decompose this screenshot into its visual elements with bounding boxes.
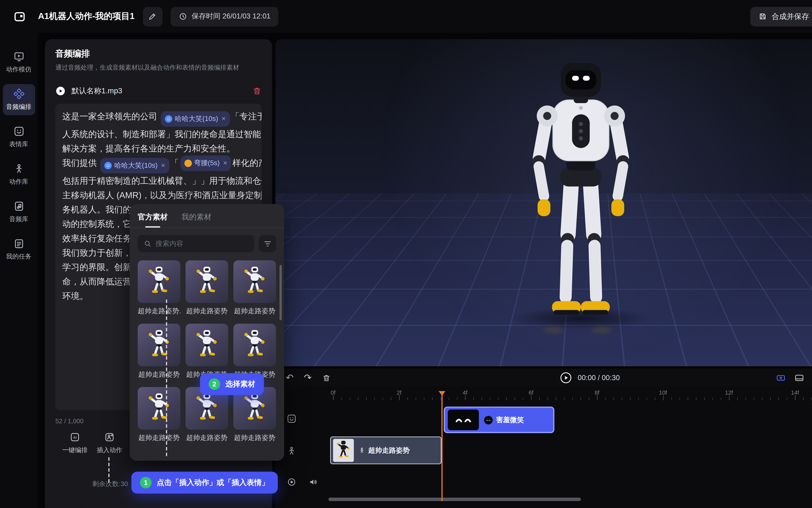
laugh-emoji-icon: ☺ [105,162,112,169]
sidebar-item-expression-lib[interactable]: 表情库 [3,122,35,153]
popup-scrollbar[interactable] [280,265,282,320]
app-logo-icon[interactable] [11,8,28,24]
ruler-label: 2f [397,389,402,396]
filter-button[interactable] [259,235,276,252]
expression-clip-label: 害羞微笑 [496,415,524,425]
audio-arrange-icon [13,88,25,100]
clock-icon [178,12,187,21]
rename-button[interactable] [143,7,162,26]
speaker-icon[interactable] [308,477,319,487]
step-badge: 1 [140,477,152,489]
insert-track-button[interactable] [776,373,786,383]
char-count: 52 / 1,000 [55,418,84,425]
asset-item[interactable]: 超帅走路姿势... [138,260,180,316]
merge-save-button[interactable]: 合成并保存 [750,7,812,26]
inline-tag-laugh[interactable]: ☺哈哈大笑(10s)× [100,158,169,173]
record-icon[interactable] [286,477,297,487]
delete-audio-icon[interactable] [252,86,261,96]
timeline-panel-button[interactable] [794,373,805,383]
project-title: A1机器人动作-我的项目1 [38,11,134,22]
play-button[interactable] [559,372,572,384]
sidebar-item-audio-arrange[interactable]: 音频编排 [3,84,35,115]
save-time-text: 保存时间 26/01/03 12:01 [192,11,271,21]
asset-thumbnail[interactable] [138,324,180,366]
motion-imitation-icon [13,51,25,62]
ai-icon [70,432,80,442]
foot-reflection [543,327,563,333]
asset-item[interactable]: 超帅走路姿势 [186,324,228,379]
panel-title: 音频编排 [55,48,261,59]
guide-dashed-line [108,457,110,482]
guide-dashed-line [166,299,167,456]
ruler-label: 14f [791,389,799,396]
play-audio-icon[interactable] [55,86,66,96]
asset-item[interactable]: 超帅走路姿势 [233,387,276,443]
shy-smile-emoji-icon [484,416,493,424]
expression-thumbnail [448,410,479,430]
foot-reflection [592,327,611,333]
asset-item[interactable]: 超帅走路姿势 [186,387,228,443]
bow-emoji-icon [184,160,192,167]
asset-item[interactable]: 超帅走路姿势 [233,260,276,316]
asset-thumbnail[interactable] [233,324,276,366]
remaining-count: 剩余次数:30 [92,480,128,489]
asset-thumbnail[interactable] [138,260,180,303]
search-input[interactable] [156,240,248,248]
asset-item[interactable]: 超帅走路姿势 [138,324,180,379]
asset-thumbnail[interactable] [233,260,276,303]
timeline: 0f2f4f6f8f10f12f14f16f 害羞微笑 超帅走路姿势 [276,387,812,508]
sidebar-item-action-lib[interactable]: 动作库 [3,159,35,190]
undo-button[interactable]: ↶ [286,373,294,382]
expression-track-icon[interactable] [286,414,297,424]
save-icon [759,12,767,21]
panel-subtitle: 通过音频处理，生成音频素材以及融合动作和表情的音频编排素材 [55,63,261,72]
sidebar-item-audio-lib[interactable]: 音频库 [3,197,35,227]
ruler-label: 10f [659,389,667,396]
remove-tag-icon[interactable]: × [161,158,165,173]
asset-thumbnail[interactable] [138,387,180,430]
inline-tag-bow[interactable]: 弯腰(5s)× [180,156,231,171]
audio-file-row: 默认名称1.mp3 [55,86,261,96]
asset-tabs: 官方素材 我的素材 [138,212,276,227]
delete-clip-button[interactable] [322,374,331,382]
audio-file-name: 默认名称1.mp3 [72,86,247,96]
ruler-label: 0f [331,389,335,396]
action-track-icon[interactable] [286,446,297,456]
asset-item[interactable]: 超帅走路姿势 [186,260,228,316]
sidebar-item-my-tasks[interactable]: 我的任务 [3,234,35,265]
redo-button[interactable]: ↷ [304,373,312,382]
insert-action-button[interactable]: 插入动作 [92,432,127,454]
one-click-arrange-button[interactable]: 一键编排 [58,432,92,454]
asset-thumbnail[interactable] [186,260,228,303]
action-clip-label: 超帅走路姿势 [368,446,410,455]
playback-bar: ↶ ↷ 00:00 / 00:30 [276,369,812,387]
inline-tag-laugh[interactable]: ☺哈哈大笑(10s)× [161,111,230,127]
tab-my-assets[interactable]: 我的素材 [181,212,212,227]
pencil-icon [148,12,157,21]
viewport-3d[interactable]: z y x [276,39,812,366]
expression-lib-icon [13,126,25,137]
asset-thumbnail[interactable] [186,324,228,366]
asset-label: 超帅走路姿势 [233,433,276,443]
tab-official-assets[interactable]: 官方素材 [138,212,168,227]
action-thumbnail [333,439,354,462]
asset-label: 超帅走路姿势 [186,306,228,316]
asset-item[interactable]: 超帅走路姿势 [233,324,276,379]
remove-tag-icon[interactable]: × [223,156,227,171]
time-display: 00:00 / 00:30 [578,374,620,382]
action-clip[interactable]: 超帅走路姿势 [330,436,441,464]
asset-grid: 超帅走路姿势... 超帅走路姿势 超帅走路姿势 超帅走路姿势 超 [138,260,276,443]
remove-tag-icon[interactable]: × [221,112,226,126]
ruler-labels[interactable]: 0f2f4f6f8f10f12f14f16f [276,387,812,403]
my-tasks-icon [13,238,25,249]
expression-clip[interactable]: 害羞微笑 [444,407,554,433]
sidebar-item-motion-imitation[interactable]: 动作模仿 [3,47,35,78]
topbar: A1机器人动作-我的项目1 保存时间 26/01/03 12:01 合成并保存 … [0,0,812,33]
tooltip-step1: 1 点击「插入动作」或「插入表情」 [131,472,278,494]
audio-lib-icon [13,201,25,212]
asset-item[interactable]: 超帅走路姿势 [138,387,180,443]
playhead[interactable] [441,392,443,501]
search-box[interactable] [138,235,254,252]
sidebar: 动作模仿 音频编排 表情库 动作库 音频库 我的任务 [0,33,38,508]
horizontal-scrollbar[interactable] [329,498,581,501]
